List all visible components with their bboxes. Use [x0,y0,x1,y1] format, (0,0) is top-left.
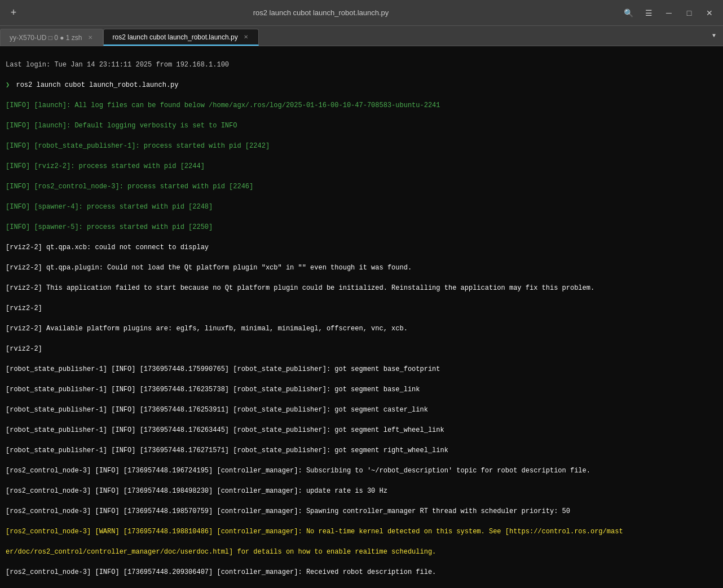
line-7: [INFO] [spawner-5]: process started with… [6,222,717,232]
minimize-icon: ─ [666,8,672,17]
line-19: [ros2_control_node-3] [INFO] [1736957448… [6,466,717,476]
close-icon: ✕ [706,8,713,17]
line-20: [ros2_control_node-3] [INFO] [1736957448… [6,486,717,496]
new-tab-button[interactable]: + [5,5,23,21]
line-18: [robot_state_publisher-1] [INFO] [173695… [6,445,717,456]
line-10: [rviz2-2] This application failed to sta… [6,283,717,293]
menu-button[interactable]: ☰ [640,5,658,21]
line-1: [INFO] [launch]: All log files can be fo… [6,100,717,110]
tabbar: yy-X570-UD □ 0 ● 1 zsh ✕ ros2 launch cub… [0,26,723,46]
terminal[interactable]: Last login: Tue Jan 14 23:11:11 2025 fro… [0,46,723,588]
tab-zsh[interactable]: yy-X570-UD □ 0 ● 1 zsh ✕ [0,29,103,46]
line-6: [INFO] [spawner-4]: process started with… [6,202,717,212]
line-21: [ros2_control_node-3] [INFO] [1736957448… [6,506,717,516]
tab-ros2[interactable]: ros2 launch cubot launch_robot.launch.py… [103,29,259,46]
line-13: [rviz2-2] [6,344,717,354]
line-23: er/doc/ros2_control/controller_manager/d… [6,547,717,557]
line-15: [robot_state_publisher-1] [INFO] [173695… [6,384,717,395]
titlebar: + ros2 launch cubot launch_robot.launch.… [0,0,723,26]
tab-dropdown-button[interactable]: ▼ [705,25,723,46]
menu-icon: ☰ [645,8,653,17]
line-22: [ros2_control_node-3] [WARN] [1736957448… [6,527,717,537]
line-5: [INFO] [ros2_control_node-3]: process st… [6,182,717,192]
line-17: [robot_state_publisher-1] [INFO] [173695… [6,425,717,435]
maximize-button[interactable]: □ [680,5,698,21]
search-icon: 🔍 [624,8,633,17]
titlebar-controls: 🔍 ☰ ─ □ ✕ [619,5,718,21]
line-4: [INFO] [rviz2-2]: process started with p… [6,161,717,171]
minimize-button[interactable]: ─ [660,5,678,21]
titlebar-title: ros2 launch cubot launch_robot.launch.py [23,8,619,17]
line-prompt: ❯ ros2 launch cubot launch_robot.launch.… [6,80,717,90]
line-3: [INFO] [robot_state_publisher-1]: proces… [6,141,717,151]
tab-zsh-close[interactable]: ✕ [87,33,94,42]
line-2: [INFO] [launch]: Default logging verbosi… [6,121,717,131]
tab-ros2-close[interactable]: ✕ [243,33,249,41]
line-login: Last login: Tue Jan 14 23:11:11 2025 fro… [6,60,717,70]
tab-zsh-label: yy-X570-UD □ 0 ● 1 zsh [10,34,82,42]
line-8: [rviz2-2] qt.qpa.xcb: could not connect … [6,242,717,253]
prompt-arrow: ❯ [6,80,10,90]
maximize-icon: □ [687,8,691,17]
titlebar-left: + [5,5,23,21]
line-11: [rviz2-2] [6,303,717,313]
line-24: [ros2_control_node-3] [INFO] [1736957448… [6,567,717,577]
terminal-content: Last login: Tue Jan 14 23:11:11 2025 fro… [6,50,717,588]
prompt-command: ros2 launch cubot launch_robot.launch.py [12,80,178,90]
close-button[interactable]: ✕ [700,5,718,21]
line-16: [robot_state_publisher-1] [INFO] [173695… [6,405,717,415]
line-14: [robot_state_publisher-1] [INFO] [173695… [6,364,717,374]
tab-ros2-label: ros2 launch cubot launch_robot.launch.py [113,33,238,41]
new-tab-icon: + [11,7,17,19]
search-button[interactable]: 🔍 [619,5,637,21]
line-9: [rviz2-2] qt.qpa.plugin: Could not load … [6,263,717,273]
line-12: [rviz2-2] Available platform plugins are… [6,324,717,334]
